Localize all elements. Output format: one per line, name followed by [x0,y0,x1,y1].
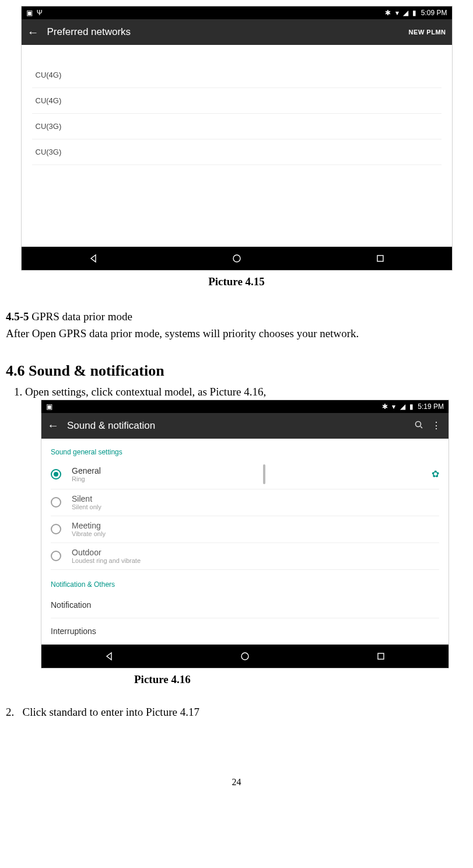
battery-icon: ▮ [409,402,414,411]
svg-point-0 [233,255,240,262]
picture-icon: ▣ [26,9,33,17]
sound-profile-meeting[interactable]: Meeting Vibrate only [51,516,439,543]
usb-icon: Ψ [37,9,43,17]
nav-bar [22,247,452,270]
row-interruptions[interactable]: Interruptions [41,618,449,645]
picture-icon: ▣ [46,402,52,411]
step-text: Click standard to enter into Picture 4.1… [23,706,199,718]
clock-text: 5:19 PM [418,402,444,411]
nav-back-icon[interactable] [103,650,115,662]
svg-rect-1 [377,256,383,261]
option-subtitle: Loudest ring and vibrate [72,557,141,564]
row-notification[interactable]: Notification [51,592,439,618]
battery-icon: ▮ [412,9,416,17]
sound-profile-outdoor[interactable]: Outdoor Loudest ring and vibrate [51,543,439,570]
nav-recent-icon[interactable] [375,650,387,662]
screenshot-sound-notification: ▣ ✱ ▾ ◢ ▮ 5:19 PM ← Sound & notification… [41,400,449,668]
option-title: General [72,466,101,475]
nav-bar [41,645,449,668]
app-bar-title: Preferred networks [47,26,403,38]
heading-4-6: 4.6 Sound & notification [6,362,467,380]
network-row[interactable]: CU(3G) [32,139,442,165]
option-subtitle: Silent only [72,503,101,510]
network-row[interactable]: CU(3G) [32,114,442,139]
signal-icon: ◢ [400,402,405,411]
radio-icon [51,551,61,561]
paragraph-step1: 1. Open settings, click contextual model… [14,386,467,398]
option-subtitle: Vibrate only [72,530,106,537]
section-label-general: Sound general settings [51,444,439,460]
option-title: Outdoor [72,548,141,557]
option-title: Meeting [72,521,106,530]
status-bar: ▣ Ψ ✱ ▾ ◢ ▮ 5:09 PM [22,6,452,19]
svg-point-2 [416,421,421,426]
paragraph-step2: 2. Click standard to enter into Picture … [6,706,467,719]
nav-home-icon[interactable] [239,650,251,662]
section-4-5-5: 4.5-5 GPRS data prior mode After Open GP… [6,308,467,342]
scroll-indicator [263,464,265,484]
app-bar: ← Sound & notification ⋮ [41,413,449,439]
radio-icon [51,497,61,508]
option-title: Silent [72,494,101,503]
nav-back-icon[interactable] [87,253,99,264]
section-number: 4.5-5 [6,310,29,323]
section-body: After Open GPRS data prior mode, systems… [6,327,359,340]
nav-recent-icon[interactable] [374,253,386,264]
step-number: 2. [6,706,14,718]
bluetooth-icon: ✱ [385,9,391,17]
screenshot-preferred-networks: ▣ Ψ ✱ ▾ ◢ ▮ 5:09 PM ← Preferred networks… [21,6,453,271]
caption-picture-4-16: Picture 4.16 [134,673,467,686]
radio-icon [51,524,61,534]
nav-home-icon[interactable] [231,253,243,264]
caption-picture-4-15: Picture 4.15 [6,275,467,288]
app-bar: ← Preferred networks NEW PLMN [22,19,452,45]
option-subtitle: Ring [72,475,101,482]
search-icon[interactable] [412,420,425,432]
wifi-icon: ▾ [392,402,395,411]
back-button[interactable]: ← [47,419,59,432]
svg-line-3 [421,426,422,428]
status-bar: ▣ ✱ ▾ ◢ ▮ 5:19 PM [41,400,449,413]
sound-profile-general[interactable]: General Ring ✿ [51,460,439,489]
gear-icon[interactable]: ✿ [432,468,439,480]
sound-profile-silent[interactable]: Silent Silent only [51,489,439,516]
back-button[interactable]: ← [27,26,39,39]
bluetooth-icon: ✱ [382,402,388,411]
signal-icon: ◢ [403,9,408,17]
radio-selected-icon [51,469,61,480]
overflow-menu-icon[interactable]: ⋮ [430,420,443,431]
wifi-icon: ▾ [395,9,399,17]
section-title: GPRS data prior mode [29,310,132,323]
svg-point-4 [241,653,248,660]
new-plmn-button[interactable]: NEW PLMN [409,29,446,36]
page-number: 24 [6,777,467,788]
network-row[interactable]: CU(4G) [32,88,442,114]
network-row[interactable]: CU(4G) [32,62,442,88]
section-label-notification: Notification & Others [51,577,439,592]
app-bar-title: Sound & notification [67,420,408,432]
clock-text: 5:09 PM [421,9,447,17]
svg-rect-5 [378,653,384,659]
